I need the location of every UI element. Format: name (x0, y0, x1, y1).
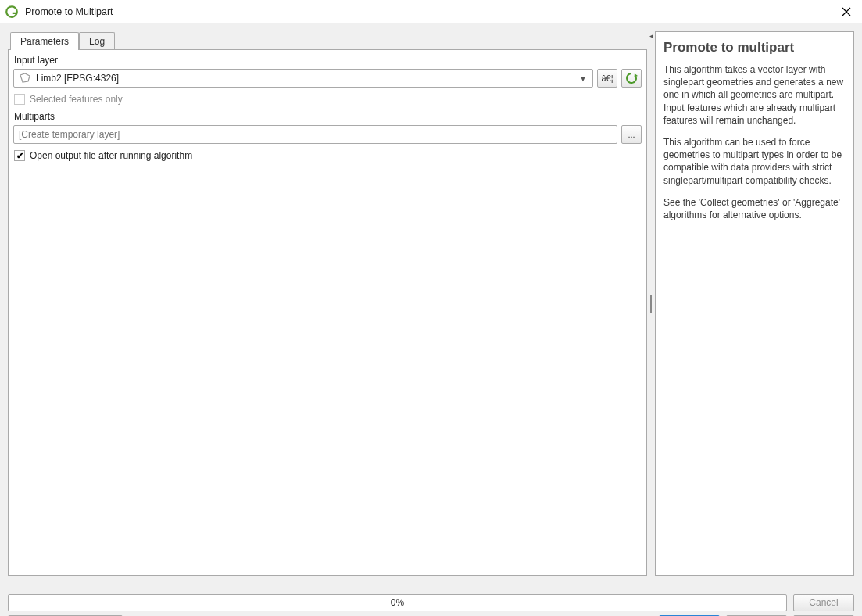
multiparts-output-input[interactable]: [Create temporary layer] (13, 125, 617, 144)
input-layer-advanced-button[interactable]: â€¦ (597, 69, 617, 88)
help-title: Promote to multipart (663, 40, 846, 56)
tab-log[interactable]: Log (79, 32, 115, 49)
input-layer-iterate-button[interactable] (621, 69, 642, 88)
multiparts-label: Multiparts (14, 111, 642, 122)
input-layer-text: Limb2 [EPSG:4326] (36, 73, 574, 84)
selected-features-only-row: Selected features only (14, 94, 642, 105)
help-paragraph-1: This algorithm takes a vector layer with… (663, 63, 846, 127)
ellipsis-label: â€¦ (601, 73, 613, 83)
progress-bar: 0% (8, 594, 787, 611)
splitter[interactable]: ◂ (647, 31, 655, 576)
cancel-button-label: Cancel (809, 597, 838, 608)
input-layer-combo[interactable]: Limb2 [EPSG:4326] ▼ (13, 69, 593, 88)
splitter-grip-icon (650, 295, 652, 313)
parameters-tab-page: Input layer Limb2 [EPSG:4326] ▼ â€¦ (8, 49, 647, 576)
svg-rect-1 (13, 13, 17, 14)
tabs-bar: Parameters Log (8, 31, 647, 49)
refresh-icon (625, 72, 638, 84)
qgis-app-icon (5, 5, 19, 19)
svg-marker-4 (20, 73, 30, 82)
help-paragraph-2: This algorithm can be used to force geom… (663, 136, 846, 187)
tab-parameters[interactable]: Parameters (10, 32, 79, 50)
tab-log-label: Log (89, 36, 105, 47)
open-output-row: Open output file after running algorithm (14, 150, 642, 161)
polygon-layer-icon (19, 73, 31, 84)
multiparts-placeholder: [Create temporary layer] (19, 129, 120, 140)
client-area: Parameters Log Input layer Limb2 [EPSG:4… (0, 23, 862, 616)
selected-features-only-checkbox[interactable] (14, 94, 25, 105)
title-bar: Promote to Multipart (0, 0, 862, 23)
chevron-down-icon: ▼ (578, 74, 588, 83)
help-panel: Promote to multipart This algorithm take… (655, 31, 854, 576)
svg-point-0 (6, 6, 17, 17)
parameters-panel: Parameters Log Input layer Limb2 [EPSG:4… (8, 31, 647, 576)
collapser-left-icon[interactable]: ◂ (647, 30, 655, 40)
window-close-button[interactable] (835, 3, 857, 20)
multiparts-browse-button[interactable]: ... (621, 125, 642, 144)
open-output-checkbox[interactable] (14, 150, 25, 161)
selected-features-only-label: Selected features only (30, 94, 123, 105)
window-title: Promote to Multipart (25, 6, 113, 17)
input-layer-label: Input layer (14, 55, 642, 66)
progress-text: 0% (391, 597, 404, 608)
browse-ellipsis-label: ... (628, 130, 635, 139)
help-paragraph-3: See the 'Collect geometries' or 'Aggrega… (663, 196, 846, 221)
cancel-button[interactable]: Cancel (793, 594, 854, 611)
open-output-label: Open output file after running algorithm (30, 150, 192, 161)
tab-parameters-label: Parameters (20, 36, 69, 47)
